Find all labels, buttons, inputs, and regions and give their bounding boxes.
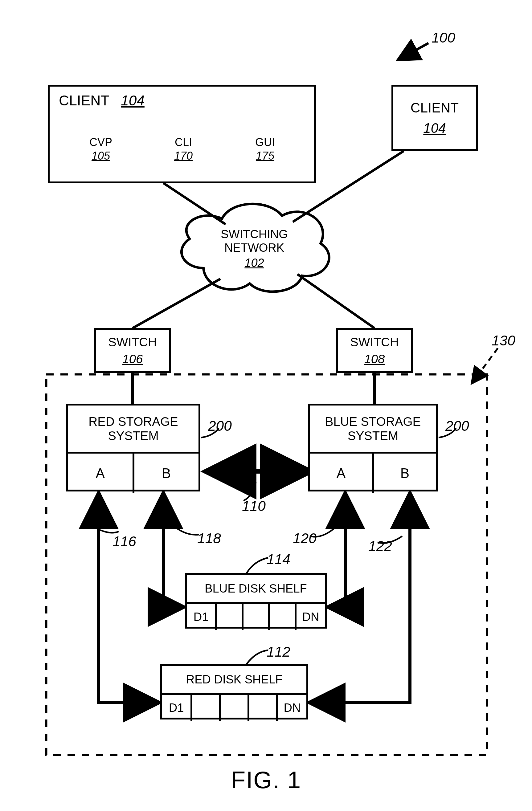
ref-200-blue: 200 bbox=[445, 417, 469, 434]
red-port-b: B bbox=[134, 454, 199, 493]
red-port-a: A bbox=[68, 454, 134, 493]
client-1-num: 104 bbox=[121, 92, 145, 108]
ref-118-leader bbox=[171, 524, 199, 535]
ref-112: 112 bbox=[267, 643, 290, 660]
blue-shelf-d1: D1 bbox=[187, 604, 217, 630]
ref-116: 116 bbox=[112, 533, 136, 550]
gui-label: GUI 175 bbox=[248, 136, 282, 163]
svg-line-1 bbox=[472, 348, 498, 384]
ref-114-leader bbox=[247, 558, 268, 573]
link-120 bbox=[327, 492, 345, 607]
cvp-label: CVP 105 bbox=[84, 136, 118, 163]
red-storage-title: RED STORAGE SYSTEM bbox=[68, 406, 198, 454]
blue-shelf-slot-4 bbox=[270, 604, 297, 630]
blue-shelf-slot-2 bbox=[217, 604, 243, 630]
network-label-group: SWITCHING NETWORK 102 bbox=[216, 227, 293, 270]
ref-130: 130 bbox=[492, 332, 515, 349]
blue-storage-title: BLUE STORAGE SYSTEM bbox=[310, 406, 436, 454]
client-2-num: 104 bbox=[423, 121, 446, 136]
figure-1-page: 100 130 CLIENT 104 CVP 105 CLI 170 GUI 1… bbox=[0, 0, 532, 811]
link-116 bbox=[98, 492, 159, 703]
cli-num: 170 bbox=[166, 149, 200, 163]
ref-200-red: 200 bbox=[208, 417, 232, 434]
client-1-title: CLIENT bbox=[59, 92, 109, 108]
link-network-switch-left bbox=[133, 279, 221, 328]
red-shelf-slot-4 bbox=[249, 695, 278, 721]
blue-shelf-title: BLUE DISK SHELF bbox=[187, 575, 325, 604]
ref-100-arrow bbox=[398, 43, 428, 60]
ref-116-leader bbox=[100, 530, 119, 533]
blue-port-b: B bbox=[374, 454, 436, 493]
ref-120: 120 bbox=[293, 530, 317, 547]
ref-100: 100 bbox=[431, 29, 455, 46]
ref-122: 122 bbox=[368, 538, 392, 554]
blue-shelf-dn: DN bbox=[297, 604, 325, 630]
link-network-switch-right bbox=[298, 274, 375, 328]
cli-label: CLI 170 bbox=[166, 136, 200, 163]
switch-right-box: SWITCH 108 bbox=[336, 328, 413, 373]
gui-text: GUI bbox=[248, 136, 282, 149]
client-2-box: CLIENT 104 bbox=[392, 85, 478, 151]
ref-112-leader bbox=[247, 650, 268, 664]
blue-shelf-slot-3 bbox=[243, 604, 270, 630]
ref-114: 114 bbox=[267, 551, 290, 568]
svg-line-0 bbox=[398, 43, 428, 60]
red-shelf-dn: DN bbox=[278, 695, 306, 721]
figure-caption: FIG. 1 bbox=[0, 766, 532, 794]
ref-110: 110 bbox=[242, 498, 266, 514]
switch-left-num: 106 bbox=[122, 352, 143, 366]
switch-right-label: SWITCH bbox=[350, 335, 399, 349]
red-shelf-d1: D1 bbox=[162, 695, 192, 721]
client-1-box: CLIENT 104 bbox=[48, 85, 316, 183]
red-shelf-title: RED DISK SHELF bbox=[162, 666, 306, 695]
blue-storage-box: BLUE STORAGE SYSTEM A B bbox=[308, 404, 438, 491]
switch-right-num: 108 bbox=[364, 352, 385, 366]
client-2-title: CLIENT bbox=[411, 100, 459, 116]
switch-left-label: SWITCH bbox=[108, 335, 157, 349]
red-shelf-slot-2 bbox=[192, 695, 221, 721]
network-num: 102 bbox=[216, 256, 293, 270]
network-label: SWITCHING NETWORK bbox=[216, 227, 293, 255]
red-disk-shelf: RED DISK SHELF D1 DN bbox=[160, 664, 308, 719]
client-1-title-row: CLIENT 104 bbox=[59, 92, 145, 109]
blue-disk-shelf: BLUE DISK SHELF D1 DN bbox=[185, 573, 327, 629]
cvp-text: CVP bbox=[84, 136, 118, 149]
link-118 bbox=[163, 492, 184, 607]
cvp-num: 105 bbox=[84, 149, 118, 163]
red-shelf-slot-3 bbox=[221, 695, 250, 721]
switch-left-box: SWITCH 106 bbox=[94, 328, 171, 373]
red-storage-box: RED STORAGE SYSTEM A B bbox=[66, 404, 200, 491]
blue-port-a: A bbox=[310, 454, 374, 493]
ref-130-arrow bbox=[472, 348, 498, 384]
gui-num: 175 bbox=[248, 149, 282, 163]
ref-118: 118 bbox=[197, 530, 221, 547]
cli-text: CLI bbox=[166, 136, 200, 149]
